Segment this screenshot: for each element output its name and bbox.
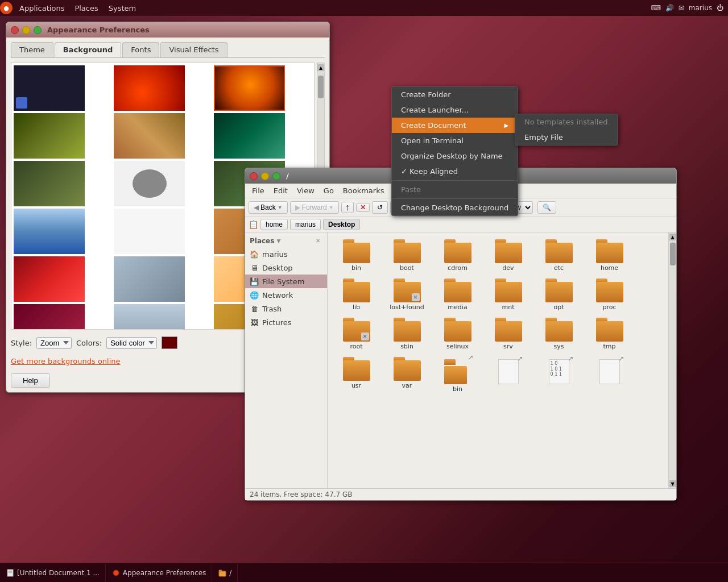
search-button[interactable]: 🔍 <box>537 201 556 214</box>
folder-bin[interactable]: bin <box>332 237 380 274</box>
folder-opt[interactable]: opt <box>535 276 583 313</box>
back-button[interactable]: ◀ Back ▼ <box>249 201 288 214</box>
fm-menu-view[interactable]: View <box>292 185 319 197</box>
sidebar-item-network[interactable]: 🌐 Network <box>245 288 327 302</box>
bg-thumb-17[interactable] <box>114 304 185 330</box>
filemanager-max-btn[interactable] <box>272 172 280 180</box>
fm-menu-edit[interactable]: Edit <box>269 185 292 197</box>
system-menu[interactable]: System <box>104 3 140 14</box>
folder-home[interactable]: home <box>585 237 634 274</box>
sidebar-item-pictures[interactable]: 🖼 Pictures <box>245 315 327 329</box>
bg-thumb-6[interactable] <box>214 113 285 159</box>
folder-mnt[interactable]: mnt <box>484 276 532 313</box>
bg-thumb-3[interactable] <box>214 65 285 111</box>
filemanager-min-btn[interactable] <box>261 172 269 180</box>
volume-icon[interactable]: 🔊 <box>665 4 674 12</box>
ctx-create-folder[interactable]: Create Folder <box>392 87 518 102</box>
folder-root[interactable]: ✕ root <box>332 315 380 352</box>
location-home-btn[interactable]: home <box>260 219 288 230</box>
folder-lostfound[interactable]: ✕ lost+found <box>383 276 431 313</box>
tab-fonts[interactable]: Fonts <box>122 42 159 57</box>
tab-visual-effects[interactable]: Visual Effects <box>160 42 227 57</box>
reload-button[interactable]: ↺ <box>372 201 388 214</box>
folder-var[interactable]: var <box>383 355 431 395</box>
bg-thumb-16[interactable] <box>14 304 85 330</box>
symlink-doc2-icon: 1 01 0 10 1 1 ↗ <box>545 357 573 384</box>
folder-media[interactable]: media <box>433 276 482 313</box>
help-button[interactable]: Help <box>11 373 50 388</box>
appearance-min-btn[interactable] <box>22 26 30 34</box>
ctx-open-terminal[interactable]: Open in Terminal <box>392 133 518 148</box>
bg-thumb-1[interactable] <box>14 65 85 111</box>
folder-etc[interactable]: etc <box>535 237 583 274</box>
colors-select[interactable]: Solid color <box>106 337 157 349</box>
places-menu[interactable]: Places <box>70 3 102 14</box>
folder-proc[interactable]: proc <box>585 276 634 313</box>
fm-menu-go[interactable]: Go <box>319 185 338 197</box>
folder-cdrom[interactable]: cdrom <box>433 237 482 274</box>
fm-menu-file[interactable]: File <box>247 185 269 197</box>
keyboard-icon[interactable]: ⌨ <box>651 4 660 12</box>
forward-button[interactable]: ▶ Forward ▼ <box>290 201 339 214</box>
ctx-keep-aligned[interactable]: ✓ Keep Aligned <box>392 164 518 179</box>
appearance-close-btn[interactable] <box>11 26 19 34</box>
sidebar-item-desktop[interactable]: 🖥 Desktop <box>245 261 327 275</box>
ctx-create-launcher[interactable]: Create Launcher... <box>392 102 518 118</box>
taskbar-item-document[interactable]: [Untitled Document 1 ... <box>0 563 106 582</box>
sidebar-item-marius[interactable]: 🏠 marius <box>245 247 327 261</box>
tab-theme[interactable]: Theme <box>11 42 53 57</box>
bg-thumb-4[interactable] <box>14 113 85 159</box>
bg-thumb-13[interactable] <box>14 256 85 302</box>
places-close-btn[interactable]: ✕ <box>316 238 322 244</box>
folder-tmp[interactable]: tmp <box>585 315 634 352</box>
bg-thumb-7[interactable] <box>14 161 85 206</box>
symlink-bin[interactable]: ↗ bin <box>433 355 482 395</box>
location-places-icon: 📋 <box>249 220 258 229</box>
bg-thumb-8[interactable] <box>114 161 185 206</box>
symlink-doc3[interactable]: ↗ <box>585 355 634 395</box>
power-icon[interactable]: ⏻ <box>717 4 723 12</box>
fm-menu-bookmarks[interactable]: Bookmarks <box>338 185 389 197</box>
folder-tmp-icon <box>596 318 623 342</box>
style-select[interactable]: Zoom <box>36 337 72 349</box>
symlink-doc1[interactable]: ↗ <box>484 355 532 395</box>
sidebar-item-trash[interactable]: 🗑 Trash <box>245 302 327 315</box>
ctx-create-document[interactable]: Create Document <box>392 118 518 133</box>
taskbar-item-filemanager[interactable]: / <box>212 563 238 582</box>
taskbar-item-appearance[interactable]: Appearance Preferences <box>106 563 212 582</box>
symlink-bin-icon: ↗ <box>444 357 471 384</box>
get-more-backgrounds-link[interactable]: Get more backgrounds online <box>11 357 121 365</box>
sidebar-item-filesystem[interactable]: 💾 File System <box>245 275 327 288</box>
tab-background[interactable]: Background <box>55 42 122 57</box>
network-sidebar-icon: 🌐 <box>250 290 259 300</box>
folder-usr[interactable]: usr <box>332 355 380 395</box>
folder-srv[interactable]: srv <box>484 315 532 352</box>
color-swatch[interactable] <box>162 336 177 349</box>
up-button[interactable]: ↑ <box>341 202 354 213</box>
ctx-organize-desktop[interactable]: Organize Desktop by Name <box>392 148 518 164</box>
home-sidebar-icon: 🏠 <box>250 250 259 259</box>
folder-sys[interactable]: sys <box>535 315 583 352</box>
filemanager-close-btn[interactable] <box>250 172 258 180</box>
bg-thumb-2[interactable] <box>114 65 185 111</box>
location-desktop-btn[interactable]: Desktop <box>323 219 360 230</box>
location-marius-btn[interactable]: marius <box>290 219 321 230</box>
folder-selinux[interactable]: selinux <box>433 315 482 352</box>
folder-sbin[interactable]: sbin <box>383 315 431 352</box>
folder-boot[interactable]: boot <box>383 237 431 274</box>
applications-menu[interactable]: Applications <box>15 3 69 14</box>
user-name[interactable]: marius <box>689 4 712 12</box>
ubuntu-icon[interactable]: ● <box>0 2 13 14</box>
appearance-max-btn[interactable] <box>34 26 42 34</box>
bg-thumb-14[interactable] <box>114 256 185 302</box>
submenu-empty-file[interactable]: Empty File <box>515 130 617 145</box>
bg-thumb-5[interactable] <box>114 113 185 159</box>
ctx-change-desktop-bg[interactable]: Change Desktop Background <box>392 200 518 215</box>
mail-icon[interactable]: ✉ <box>679 4 684 12</box>
bg-thumb-11[interactable] <box>114 209 185 254</box>
folder-dev[interactable]: dev <box>484 237 532 274</box>
folder-lib[interactable]: lib <box>332 276 380 313</box>
bg-thumb-10[interactable] <box>14 209 85 254</box>
symlink-doc2[interactable]: 1 01 0 10 1 1 ↗ <box>535 355 583 395</box>
stop-button[interactable]: ✕ <box>356 203 370 212</box>
